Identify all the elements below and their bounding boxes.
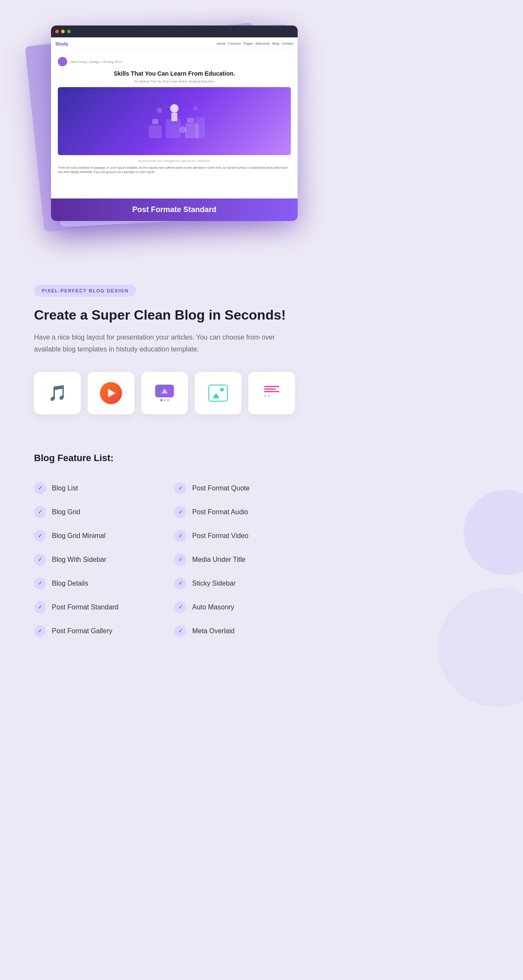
avatar: [58, 57, 67, 66]
quote-mark-right: ": [268, 394, 270, 400]
check-icon: ✓: [178, 556, 183, 563]
check-circle: ✓: [174, 578, 186, 589]
feature-item: ✓ Post Format Audio: [174, 500, 315, 524]
card-label-text: Post Formate Standard: [132, 205, 216, 214]
svg-rect-0: [149, 125, 162, 138]
gallery-dots: [160, 399, 169, 401]
check-icon: ✓: [178, 532, 183, 539]
feature-item: ✓ Auto Masonry: [174, 595, 315, 619]
gallery-dot: [167, 399, 169, 401]
feature-text: Blog With Sidebar: [52, 556, 106, 564]
feature-item: ✓ Post Format Quote: [174, 476, 315, 500]
hero-image-illustration: [140, 96, 208, 147]
feature-text: Post Format Quote: [192, 484, 250, 492]
check-circle: ✓: [174, 530, 186, 542]
gallery-icon: [155, 385, 174, 401]
browser-nav: Study HomeCoursesPagesElementsBlogContac…: [51, 37, 298, 50]
icon-card-image: [195, 372, 242, 414]
image-frame-circle: [220, 388, 224, 391]
check-icon: ✓: [38, 604, 43, 610]
check-icon: ✓: [178, 604, 183, 610]
feature-item: ✓ Sticky Sidebar: [174, 572, 315, 595]
music-icon: 🎵: [48, 384, 67, 402]
quote-icon: " ": [264, 386, 279, 400]
feature-text: Sticky Sidebar: [192, 580, 236, 587]
svg-point-8: [157, 108, 162, 113]
feature-item: ✓ Blog List: [34, 476, 174, 500]
feature-item: ✓ Blog Details: [34, 572, 174, 595]
browser-toolbar: [51, 25, 298, 37]
browser-stack: Study HomeCoursesPagesElementsBlogContac…: [47, 25, 302, 246]
svg-point-9: [193, 106, 198, 110]
blog-author-row: Jane Song • Design • 20 Aug 2021: [58, 57, 291, 66]
browser-dot-green: [67, 30, 71, 33]
feature-item: ✓ Post Format Video: [174, 524, 315, 548]
check-icon: ✓: [38, 509, 43, 515]
gallery-main: [155, 385, 174, 397]
check-circle: ✓: [34, 625, 46, 637]
feature-text: Media Under Title: [192, 556, 245, 564]
blog-body-text: There are many variations of passages of…: [58, 166, 291, 174]
svg-rect-3: [196, 117, 205, 138]
check-circle: ✓: [174, 625, 186, 637]
check-circle: ✓: [174, 554, 186, 566]
check-icon: ✓: [38, 485, 43, 491]
check-icon: ✓: [178, 628, 183, 634]
feature-text: Blog Grid Minimal: [52, 532, 105, 540]
check-circle: ✓: [34, 578, 46, 589]
feature-item: ✓ Blog Grid: [34, 500, 174, 524]
browser-dot-red: [55, 30, 59, 33]
feature-text: Post Format Standard: [52, 603, 119, 611]
check-circle: ✓: [174, 601, 186, 613]
icon-card-quote: " ": [248, 372, 295, 414]
feature-text: Blog Details: [52, 580, 88, 587]
quote-line: [264, 388, 276, 390]
feature-text: Post Format Video: [192, 532, 248, 540]
author-date: 20 Aug 2021: [103, 60, 122, 64]
feature-text: Meta Overlaid: [192, 627, 235, 635]
content-section: PIXEL-PERFECT BLOG DESIGN Create a Super…: [0, 263, 349, 453]
play-triangle: [108, 389, 116, 397]
gallery-dot: [160, 399, 162, 401]
check-icon: ✓: [38, 556, 43, 563]
feature-list-right: ✓ Post Format Quote ✓ Post Format Audio …: [174, 476, 315, 643]
icon-card-music: 🎵: [34, 372, 81, 414]
feature-item: ✓ Blog Grid Minimal: [34, 524, 174, 548]
browser-card-main: Study HomeCoursesPagesElementsBlogContac…: [51, 25, 298, 221]
video-play-icon: [100, 382, 122, 404]
badge-label: PIXEL-PERFECT BLOG DESIGN: [34, 285, 136, 297]
svg-rect-1: [166, 119, 181, 138]
feature-text: Post Format Audio: [192, 508, 248, 516]
quote-line: [264, 391, 279, 392]
icon-card-video: [88, 372, 134, 414]
blog-title-preview: Skills That You Can Learn From Education…: [58, 70, 291, 77]
check-icon: ✓: [178, 485, 183, 491]
check-circle: ✓: [34, 601, 46, 613]
feature-item: ✓ Post Format Standard: [34, 595, 174, 619]
feature-list-title: Blog Feature List:: [34, 453, 315, 464]
check-icon: ✓: [38, 532, 43, 539]
feature-text: Post Format Gallery: [52, 627, 112, 635]
check-circle: ✓: [34, 506, 46, 518]
blog-hero-image: [58, 87, 291, 155]
feature-item: ✓ Post Format Gallery: [34, 619, 174, 643]
check-icon: ✓: [178, 580, 183, 586]
icon-row: 🎵: [34, 372, 315, 414]
browser-dot-yellow: [61, 30, 65, 33]
author-category: Design: [89, 60, 100, 64]
blog-post-preview: Jane Song • Design • 20 Aug 2021 Skills …: [51, 50, 298, 181]
check-icon: ✓: [38, 580, 43, 586]
svg-point-10: [179, 126, 186, 133]
quote-line: [264, 386, 279, 387]
browser-logo: Study: [55, 41, 68, 46]
gallery-dot: [164, 399, 166, 401]
quote-lines: [264, 386, 279, 392]
browser-nav-links: HomeCoursesPagesElementsBlogContact: [216, 42, 293, 45]
svg-rect-5: [171, 113, 177, 121]
blog-subtitle-preview: Ten Advices That You Must Listen Before …: [58, 80, 291, 83]
check-icon: ✓: [38, 628, 43, 634]
feature-item: ✓ Blog With Sidebar: [34, 548, 174, 572]
feature-list-section: Blog Feature List: ✓ Blog List ✓ Blog Gr…: [0, 453, 349, 677]
icon-card-gallery: [141, 372, 188, 414]
feature-list-left: ✓ Blog List ✓ Blog Grid ✓ Blog Grid Mini…: [34, 476, 174, 643]
